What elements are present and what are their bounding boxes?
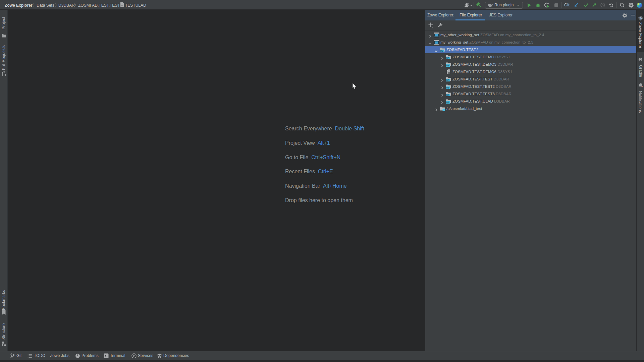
svg-text:DS: DS <box>440 50 444 52</box>
svg-text:DS: DS <box>446 64 450 67</box>
svg-text:DS: DS <box>446 94 450 96</box>
svg-text:DS: DS <box>446 101 450 104</box>
svg-text:DS: DS <box>446 86 450 89</box>
svg-text:DS: DS <box>446 79 450 81</box>
svg-text:DS: DS <box>446 57 450 59</box>
